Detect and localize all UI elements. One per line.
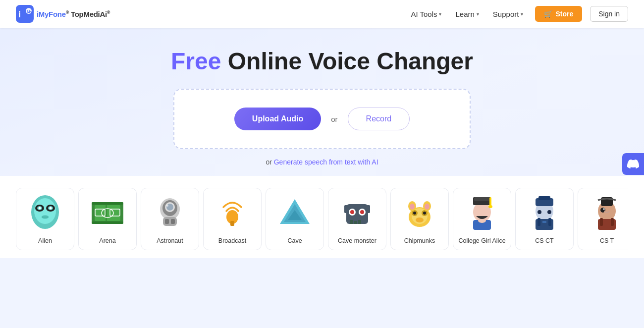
effect-label-broadcast: Broadcast bbox=[218, 237, 246, 245]
svg-point-55 bbox=[425, 204, 429, 210]
effect-icon-cs-ct bbox=[525, 193, 564, 233]
effect-icon-cave bbox=[275, 193, 315, 233]
svg-text:i: i bbox=[18, 9, 21, 19]
effect-card-college-girl[interactable]: College Girl Alice bbox=[453, 188, 511, 250]
svg-point-39 bbox=[360, 210, 364, 214]
svg-point-49 bbox=[413, 212, 416, 215]
effect-label-alien: Alien bbox=[38, 237, 52, 245]
effect-card-chipmunks[interactable]: Chipmunks bbox=[390, 188, 449, 250]
nav-ai-tools[interactable]: AI Tools ▾ bbox=[411, 10, 441, 18]
chevron-down-icon: ▾ bbox=[477, 11, 479, 17]
signin-button[interactable]: Sign in bbox=[590, 6, 628, 22]
effect-card-cs-ct[interactable]: CS CT bbox=[515, 188, 574, 250]
svg-point-50 bbox=[423, 212, 426, 215]
svg-rect-59 bbox=[489, 197, 491, 206]
svg-rect-16 bbox=[92, 202, 123, 205]
upload-row: Upload Audio or Record bbox=[234, 108, 410, 130]
store-button[interactable]: 🛒 Store bbox=[535, 6, 582, 22]
effect-card-cs-t[interactable]: CS T bbox=[578, 188, 628, 250]
effect-icon-cs-t bbox=[587, 193, 627, 233]
effect-card-alien[interactable]: Alien bbox=[16, 188, 74, 250]
record-button[interactable]: Record bbox=[348, 108, 410, 130]
effect-icon-arena bbox=[88, 193, 127, 233]
svg-rect-41 bbox=[354, 221, 357, 224]
effect-card-cave-monster[interactable]: Cave monster bbox=[328, 188, 386, 250]
effect-label-cs-ct: CS CT bbox=[535, 237, 554, 245]
svg-point-29 bbox=[166, 205, 168, 207]
effect-label-cave: Cave bbox=[287, 237, 302, 245]
effect-label-chipmunks: Chipmunks bbox=[404, 237, 435, 245]
effect-card-cave[interactable]: Cave bbox=[266, 188, 324, 250]
effect-card-broadcast[interactable]: Broadcast bbox=[203, 188, 262, 250]
effect-icon-broadcast bbox=[213, 193, 252, 233]
chevron-down-icon: ▾ bbox=[439, 11, 441, 17]
svg-rect-43 bbox=[344, 205, 348, 213]
svg-rect-25 bbox=[165, 219, 169, 224]
effect-label-college-girl: College Girl Alice bbox=[458, 237, 505, 245]
discord-icon bbox=[627, 158, 639, 170]
effect-label-astronaut: Astronaut bbox=[157, 237, 183, 245]
svg-point-10 bbox=[39, 207, 41, 210]
svg-rect-69 bbox=[537, 218, 540, 226]
svg-point-38 bbox=[350, 210, 354, 214]
cart-icon: 🛒 bbox=[544, 10, 552, 18]
svg-rect-74 bbox=[600, 218, 603, 226]
effect-icon-astronaut bbox=[150, 193, 190, 233]
svg-point-77 bbox=[603, 208, 605, 210]
svg-point-11 bbox=[50, 207, 52, 210]
effects-section: AlienArenaAstronautBroadcastCaveCave mon… bbox=[0, 176, 644, 258]
nav-links: AI Tools ▾ Learn ▾ Support ▾ bbox=[411, 10, 523, 18]
svg-rect-44 bbox=[366, 205, 370, 213]
chevron-down-icon: ▾ bbox=[521, 11, 523, 17]
svg-point-54 bbox=[410, 204, 415, 210]
effect-card-astronaut[interactable]: Astronaut bbox=[141, 188, 199, 250]
generate-ai-link[interactable]: Generate speech from text with AI bbox=[274, 158, 378, 166]
svg-rect-31 bbox=[230, 221, 234, 226]
nav-learn[interactable]: Learn ▾ bbox=[455, 10, 479, 18]
effect-label-cave-monster: Cave monster bbox=[338, 237, 376, 245]
svg-rect-15 bbox=[95, 205, 120, 221]
navbar: i My iMyFone® TopMediAi® AI Tools ▾ Lear… bbox=[0, 0, 644, 28]
brand-name: iMyFone® TopMediAi® bbox=[37, 10, 110, 18]
effects-grid: AlienArenaAstronautBroadcastCaveCave mon… bbox=[16, 188, 628, 250]
svg-rect-26 bbox=[171, 219, 175, 224]
effect-icon-chipmunks bbox=[400, 193, 439, 233]
effect-card-arena[interactable]: Arena bbox=[78, 188, 137, 250]
brand-icon: i My bbox=[16, 5, 34, 23]
svg-point-67 bbox=[537, 210, 541, 214]
upload-audio-button[interactable]: Upload Audio bbox=[234, 108, 321, 130]
svg-point-60 bbox=[488, 205, 492, 208]
or-separator: or bbox=[331, 115, 337, 123]
effect-icon-college-girl bbox=[462, 193, 502, 233]
hero-section: Free Online Voice Changer Upload Audio o… bbox=[0, 28, 644, 176]
svg-point-51 bbox=[416, 218, 424, 222]
brand-logo[interactable]: i My iMyFone® TopMediAi® bbox=[16, 5, 110, 23]
nav-support[interactable]: Support ▾ bbox=[493, 10, 524, 18]
svg-rect-71 bbox=[542, 221, 546, 223]
svg-rect-40 bbox=[350, 220, 353, 224]
effect-icon-alien bbox=[25, 193, 65, 233]
effect-label-arena: Arena bbox=[99, 237, 115, 245]
discord-button[interactable] bbox=[622, 153, 644, 175]
hero-title: Free Online Voice Changer bbox=[171, 48, 473, 75]
svg-text:My: My bbox=[27, 9, 33, 14]
svg-rect-58 bbox=[474, 197, 490, 201]
svg-rect-42 bbox=[358, 220, 361, 224]
svg-rect-65 bbox=[538, 196, 550, 200]
svg-point-68 bbox=[547, 210, 551, 214]
svg-rect-75 bbox=[611, 218, 614, 226]
upload-box: Upload Audio or Record bbox=[173, 89, 471, 149]
svg-rect-18 bbox=[106, 205, 107, 221]
generate-link-row: or Generate speech from text with AI bbox=[266, 158, 378, 166]
effect-label-cs-t: CS T bbox=[600, 237, 614, 245]
svg-rect-70 bbox=[548, 218, 551, 226]
effect-icon-cave-monster bbox=[337, 193, 377, 233]
svg-rect-17 bbox=[92, 221, 123, 224]
